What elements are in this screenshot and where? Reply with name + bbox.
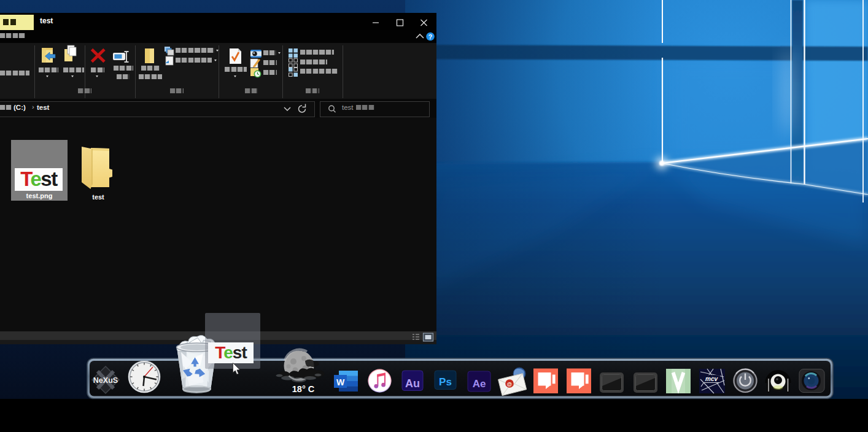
svg-text:NeXuS: NeXuS: [93, 376, 118, 385]
svg-text:@: @: [507, 381, 512, 387]
svg-text:?: ?: [428, 33, 432, 40]
svg-text:mcv: mcv: [705, 376, 718, 382]
svg-text:Ps: Ps: [439, 376, 452, 388]
svg-text:W: W: [336, 377, 345, 387]
svg-text:18° C: 18° C: [292, 384, 315, 394]
svg-text:Au: Au: [405, 377, 420, 390]
svg-text:Ae: Ae: [473, 378, 486, 390]
